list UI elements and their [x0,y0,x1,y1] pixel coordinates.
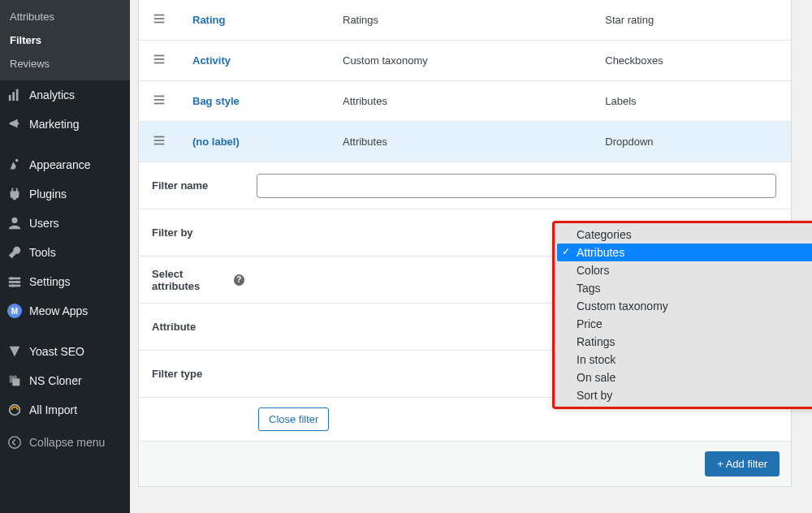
appearance-icon [6,157,23,173]
marketing-icon [6,116,23,132]
label-filter-type: Filter type [139,358,253,390]
filter-name-link[interactable]: Activity [192,54,231,67]
menu-label: Marketing [29,118,79,131]
submenu-item-filters[interactable]: Filters [0,28,130,52]
svg-rect-20 [154,96,165,97]
svg-point-8 [16,281,19,284]
add-filter-button[interactable]: + Add filter [705,451,780,476]
meow-icon: M [6,303,23,319]
svg-rect-16 [154,22,165,24]
menu-item-analytics[interactable]: Analytics [0,80,130,110]
table-row[interactable]: RatingRatingsStar rating [139,0,791,41]
label-select-attributes: Select attributes ? [139,258,253,302]
svg-rect-15 [154,18,165,19]
menu-label: Tools [29,246,56,259]
filter-source: Custom taxonomy [330,41,592,81]
collapse-label: Collapse menu [29,436,105,449]
dropdown-option[interactable]: Attributes [557,244,812,261]
help-icon[interactable]: ? [234,274,244,286]
svg-point-3 [11,218,17,223]
filter-source: Ratings [330,0,592,41]
close-filter-button[interactable]: Close filter [258,407,329,431]
menu-item-all-import[interactable]: All Import [0,395,130,425]
menu-label: Meow Apps [29,304,88,317]
svg-point-9 [11,284,15,287]
menu-item-settings[interactable]: Settings [0,267,130,296]
submenu-item-reviews[interactable]: Reviews [0,52,130,75]
filter-source: Attributes [330,81,592,122]
svg-rect-18 [154,58,165,60]
users-icon [6,215,23,231]
collapse-menu[interactable]: Collapse menu [0,428,130,457]
svg-rect-17 [154,55,165,57]
main-content: RatingRatingsStar ratingActivityCustom t… [130,0,812,513]
filter-name-input[interactable] [257,174,776,198]
svg-rect-22 [154,103,165,105]
dropdown-option[interactable]: Categories [557,226,812,244]
plugins-icon [6,186,23,202]
filter-name-link[interactable]: Rating [192,14,225,26]
cloner-icon [6,373,23,389]
drag-handle-icon[interactable] [139,122,179,162]
filter-source: Attributes [330,122,592,162]
filter-type: Checkboxes [592,41,791,81]
admin-sidebar: Attributes Filters Reviews Analytics Mar… [0,0,130,513]
svg-rect-23 [154,136,165,138]
label-attribute: Attribute [139,311,253,343]
svg-rect-24 [154,140,165,141]
drag-handle-icon[interactable] [139,41,179,81]
menu-label: Settings [29,275,71,288]
import-icon [6,402,23,418]
filter-type: Dropdown [592,122,791,162]
submenu-item-attributes[interactable]: Attributes [0,5,130,28]
menu-item-marketing[interactable]: Marketing [0,110,130,139]
table-row[interactable]: (no label)AttributesDropdown [139,122,791,162]
menu-label: Yoast SEO [29,345,84,358]
filter-by-dropdown[interactable]: CategoriesAttributesColorsTagsCustom tax… [552,221,812,409]
svg-point-7 [11,277,14,280]
menu-item-yoast[interactable]: Yoast SEO [0,337,130,366]
menu-label: NS Cloner [29,374,82,387]
filter-type: Star rating [592,0,791,41]
menu-label: All Import [29,403,77,416]
menu-item-plugins[interactable]: Plugins [0,179,130,209]
svg-rect-14 [154,15,165,16]
table-row[interactable]: ActivityCustom taxonomyCheckboxes [139,41,791,81]
filter-name-link[interactable]: Bag style [192,95,240,107]
filter-name-link[interactable]: (no label) [192,136,240,148]
menu-item-meow-apps[interactable]: M Meow Apps [0,296,130,325]
menu-label: Analytics [29,88,75,101]
dropdown-option[interactable]: Price [557,315,812,333]
dropdown-option[interactable]: Ratings [557,333,812,351]
dropdown-option[interactable]: Custom taxonomy [557,297,812,315]
yoast-icon [6,343,23,360]
svg-rect-0 [9,95,11,101]
menu-label: Users [29,217,59,230]
label-filter-by: Filter by [139,217,253,248]
svg-rect-21 [154,99,165,101]
drag-handle-icon[interactable] [139,81,179,122]
dropdown-option[interactable]: Tags [557,279,812,297]
settings-icon [6,274,23,290]
menu-item-ns-cloner[interactable]: NS Cloner [0,366,130,395]
menu-item-users[interactable]: Users [0,209,130,238]
filters-table: RatingRatingsStar ratingActivityCustom t… [139,0,791,162]
tools-icon [6,244,23,261]
menu-item-tools[interactable]: Tools [0,238,130,267]
analytics-icon [6,87,23,103]
dropdown-option[interactable]: In stock [557,351,812,369]
dropdown-option[interactable]: On sale [557,369,812,386]
drag-handle-icon[interactable] [139,0,179,41]
svg-rect-1 [12,92,15,101]
table-row[interactable]: Bag styleAttributesLabels [139,81,791,122]
filter-type: Labels [592,81,791,122]
svg-rect-2 [16,89,19,101]
dropdown-option[interactable]: Sort by [557,386,812,404]
menu-label: Appearance [29,158,91,171]
svg-point-13 [9,437,20,448]
svg-rect-19 [154,63,165,64]
menu-item-appearance[interactable]: Appearance [0,150,130,179]
svg-rect-25 [154,144,165,145]
products-submenu: Attributes Filters Reviews [0,0,130,80]
dropdown-option[interactable]: Colors [557,261,812,279]
